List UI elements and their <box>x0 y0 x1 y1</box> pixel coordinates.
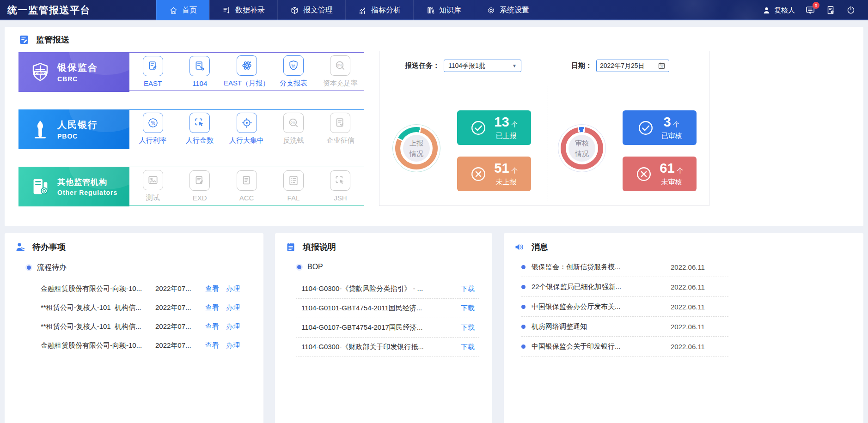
nav-item-knowledge-base[interactable]: 知识库 <box>413 0 474 20</box>
todo-item-name: **租赁公司-复核人-101_机构信... <box>41 303 155 312</box>
todo-action-handle[interactable]: 办理 <box>226 341 240 350</box>
report-item-label: JSH <box>334 194 347 202</box>
report-item-other-2[interactable]: ACC <box>223 167 270 205</box>
atom-icon <box>241 60 253 72</box>
report-item-cbrc-2[interactable]: EAST（月报） <box>223 53 270 91</box>
instructions-group-bop[interactable]: BOP <box>297 263 323 271</box>
svg-text:0%: 0% <box>291 121 296 125</box>
messages-button[interactable]: n <box>805 5 815 15</box>
report-item-label: FAL <box>287 194 300 202</box>
report-item-cbrc-1[interactable]: 1104 <box>176 53 223 91</box>
todo-action-view[interactable]: 查看 <box>205 303 219 312</box>
report-item-label: 企业征信 <box>326 136 354 145</box>
nav-item-report-manage[interactable]: 报文管理 <box>277 0 345 20</box>
nav-item-data-entry[interactable]: 数据补录 <box>209 0 277 20</box>
regulator-block-cbrc[interactable]: CBRC 银保监合 CBRC <box>18 52 129 92</box>
message-date: 2022.06.11 <box>671 343 705 350</box>
report-item-pboc-0[interactable]: % 人行利率 <box>129 110 176 148</box>
report-item-cbrc-3[interactable]: 征 分支报表 <box>270 53 317 91</box>
bullet-icon <box>521 285 526 289</box>
gear-icon <box>487 6 495 15</box>
todo-panel: 待办事项 流程待办 金融租赁股份有限公司-向颖-10... 2022年07...… <box>5 233 263 423</box>
regulator-block-pboc[interactable]: 人民银行 PBOC <box>18 109 129 149</box>
todo-action-view[interactable]: 查看 <box>205 284 219 293</box>
download-link[interactable]: 下载 <box>461 343 479 351</box>
report-item-other-1[interactable]: EXD <box>176 167 223 205</box>
review-undone-label: 未审核 <box>660 178 683 187</box>
message-row[interactable]: 中国银保监会关于印发银行... 2022.06.11 <box>521 337 728 357</box>
nav-item-label: 首页 <box>182 6 197 15</box>
pbocCoin-icon <box>30 119 51 140</box>
logout-button[interactable] <box>846 5 856 15</box>
todo-item-name: 金融租赁股份有限公司-向颖-10... <box>41 284 155 293</box>
review-undone-card: 61个 未审核 <box>623 157 697 191</box>
percentLens-icon: 0% <box>334 60 346 72</box>
message-row[interactable]: 22个银保监局已细化加强新... 2022.06.11 <box>521 277 728 297</box>
report-item-pboc-1[interactable]: 人行金数 <box>176 110 223 148</box>
regulator-name: 银保监合 <box>57 61 98 74</box>
submit-stat-group: 上报情况 13个 已上报 51个 未上报 <box>379 51 544 206</box>
pointerBox-icon <box>334 175 346 187</box>
report-item-label: 人行利率 <box>139 136 167 145</box>
review-done-card: 3个 已审核 <box>623 110 697 145</box>
user-menu[interactable]: 复核人 <box>762 6 795 15</box>
audit-log-button[interactable] <box>825 5 836 15</box>
docEdit-icon <box>147 60 159 72</box>
regulator-subtitle: Other Regulators <box>57 189 117 196</box>
message-date: 2022.06.11 <box>671 263 705 271</box>
power-icon <box>846 5 856 15</box>
report-item-cbrc-4[interactable]: 0% 资本充足率 <box>317 53 364 91</box>
person-laptop-icon <box>15 242 26 253</box>
shieldCbrc-icon: CBRC <box>30 61 51 83</box>
todo-action-handle[interactable]: 办理 <box>226 284 240 293</box>
bullet-icon <box>521 344 526 349</box>
todo-list: 金融租赁股份有限公司-向颖-10... 2022年07... 查看办理 **租赁… <box>5 279 263 355</box>
report-item-other-0[interactable]: 测试 <box>129 167 176 205</box>
submit-done-label: 已上报 <box>494 132 518 140</box>
svg-text:征: 征 <box>291 63 295 68</box>
todo-group-workflow[interactable]: 流程待办 <box>27 263 67 272</box>
nav-item-indicator-analysis[interactable]: 指标分析 <box>345 0 413 20</box>
report-item-cbrc-0[interactable]: EAST <box>129 53 176 91</box>
message-title: 中国银保监会办公厅发布关... <box>532 302 665 311</box>
bullet-icon <box>27 266 31 270</box>
svg-text:0%: 0% <box>337 63 342 67</box>
pointerBox-icon <box>194 117 206 129</box>
nav-item-system-settings[interactable]: 系统设置 <box>474 0 542 20</box>
download-link[interactable]: 下载 <box>461 284 479 293</box>
todo-action-view[interactable]: 查看 <box>205 322 219 331</box>
report-item-pboc-2[interactable]: 人行大集中 <box>223 110 270 148</box>
message-row[interactable]: 机房网络调整通知 2022.06.11 <box>521 317 728 337</box>
report-item-other-3[interactable]: FAL <box>270 167 317 205</box>
todo-item-name: **租赁公司-复核人-101_机构信... <box>41 322 155 331</box>
instruction-row: 1104-G0107-GBT4754-2017国民经济... 下载 <box>296 318 479 338</box>
submit-done-count: 13个 <box>494 115 518 129</box>
nav-item-home[interactable]: 首页 <box>156 0 209 20</box>
bullet-icon <box>521 325 526 329</box>
regulator-block-other[interactable]: 其他监管机构 Other Regulators <box>18 167 129 206</box>
sealPercent-icon: % <box>147 117 159 129</box>
svg-text:CBRC: CBRC <box>35 71 45 75</box>
message-row[interactable]: 中国银保监会办公厅发布关... 2022.06.11 <box>521 297 728 317</box>
download-link[interactable]: 下载 <box>461 323 479 332</box>
todo-action-view[interactable]: 查看 <box>205 341 219 350</box>
percentLens-icon: 0% <box>287 117 300 129</box>
report-item-pboc-3[interactable]: 0% 反洗钱 <box>270 110 317 148</box>
instruction-doc-name: 1104-G0300-《贷款风险分类指引》 - ... <box>296 284 461 293</box>
x-circle-icon <box>636 166 652 182</box>
message-row[interactable]: 银保监会：创新信贷服务模... 2022.06.11 <box>521 257 728 277</box>
todo-action-handle[interactable]: 办理 <box>226 303 240 312</box>
home-icon <box>169 6 178 15</box>
report-item-label: EAST <box>144 79 162 87</box>
todo-row: **租赁公司-复核人-101_机构信... 2022年07... 查看办理 <box>5 317 263 336</box>
download-link[interactable]: 下载 <box>461 304 479 313</box>
navbar-right: 复核人 n <box>762 0 868 20</box>
todo-action-handle[interactable]: 办理 <box>226 322 240 331</box>
regulator-row-other: 其他监管机构 Other Regulators 测试 EXD ACC FAL J… <box>18 167 364 205</box>
regulator-row-cbrc: CBRC 银保监合 CBRC EAST 1104 EAST（月报） 征 分支报表… <box>18 52 364 91</box>
top-navbar: 统一监管报送平台 首页数据补录报文管理指标分析知识库系统设置 复核人 n <box>0 0 868 20</box>
report-item-other-4[interactable]: JSH <box>317 167 364 205</box>
report-item-label: 人行金数 <box>186 136 214 145</box>
report-item-pboc-4[interactable]: 企业征信 <box>317 110 364 148</box>
serverMachine-icon <box>30 176 51 197</box>
